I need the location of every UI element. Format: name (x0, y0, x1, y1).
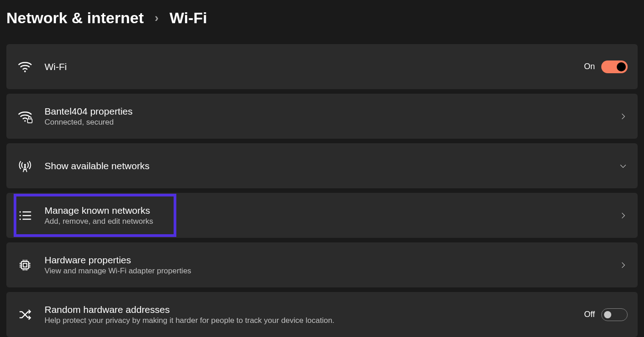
chevron-right-icon (619, 112, 628, 121)
random-hw-toggle-label: Off (584, 310, 595, 319)
hardware-props-sub: View and manage Wi-Fi adapter properties (45, 267, 619, 276)
network-properties-row[interactable]: Bantel404 properties Connected, secured (6, 94, 638, 139)
wifi-icon (16, 58, 34, 75)
hardware-props-title: Hardware properties (45, 255, 619, 266)
svg-rect-11 (23, 263, 27, 267)
wifi-secured-icon (16, 108, 34, 125)
svg-point-0 (24, 70, 26, 72)
wifi-toggle-state-label: On (584, 62, 595, 71)
svg-point-8 (20, 218, 21, 220)
show-available-networks-row[interactable]: Show available networks (6, 143, 638, 188)
network-props-title: Bantel404 properties (45, 106, 619, 117)
shuffle-icon (16, 306, 34, 323)
wifi-toggle-row[interactable]: Wi-Fi On (6, 44, 638, 89)
network-props-status: Connected, secured (45, 118, 619, 127)
wifi-toggle-switch[interactable] (601, 60, 628, 73)
wifi-toggle-title: Wi-Fi (45, 61, 584, 72)
hardware-properties-row[interactable]: Hardware properties View and manage Wi-F… (6, 242, 638, 287)
chip-icon (16, 257, 34, 274)
manage-known-networks-row[interactable]: Manage known networks Add, remove, and e… (6, 193, 638, 238)
random-hw-sub: Help protect your privacy by making it h… (45, 316, 584, 325)
svg-rect-10 (21, 262, 29, 269)
svg-point-4 (20, 211, 21, 212)
svg-rect-2 (28, 119, 32, 123)
random-hardware-row[interactable]: Random hardware addresses Help protect y… (6, 292, 638, 337)
chevron-right-icon: › (155, 11, 159, 25)
list-icon (16, 207, 34, 224)
breadcrumb-current: Wi-Fi (170, 9, 207, 27)
chevron-right-icon (619, 261, 628, 270)
manage-networks-title: Manage known networks (45, 205, 619, 216)
breadcrumb: Network & internet › Wi-Fi (6, 0, 638, 33)
svg-point-1 (24, 120, 25, 121)
random-hw-title: Random hardware addresses (45, 304, 584, 315)
manage-networks-sub: Add, remove, and edit networks (45, 217, 619, 226)
available-networks-title: Show available networks (45, 161, 619, 171)
breadcrumb-parent-link[interactable]: Network & internet (6, 9, 144, 27)
random-hw-toggle-switch[interactable] (601, 308, 628, 321)
chevron-right-icon (619, 211, 628, 220)
svg-point-6 (20, 215, 21, 216)
chevron-down-icon (619, 161, 628, 171)
settings-list: Wi-Fi On Bantel404 properties Connected,… (6, 44, 638, 337)
antenna-icon (16, 157, 34, 175)
